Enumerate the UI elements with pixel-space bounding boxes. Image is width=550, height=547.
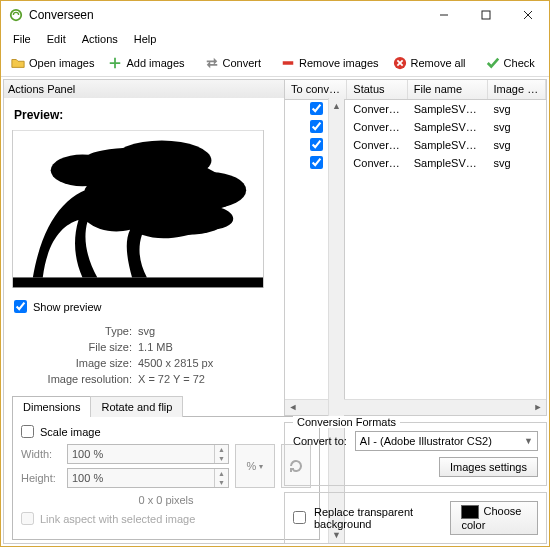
svg-point-13 xyxy=(84,174,159,210)
col-image-type[interactable]: Image type xyxy=(488,80,546,99)
svg-point-0 xyxy=(11,10,22,21)
check-button[interactable]: Check xyxy=(480,53,541,73)
toolbar: Open images Add images Convert Remove im… xyxy=(1,49,549,77)
tabs: Dimensions Rotate and flip xyxy=(12,395,320,417)
info-res-val: X = 72 Y = 72 xyxy=(138,373,205,385)
plus-icon xyxy=(108,56,122,70)
scroll-up-icon[interactable]: ▲ xyxy=(329,98,344,114)
height-label: Height: xyxy=(21,472,61,484)
image-info: Type:svg File size:1.1 MB Image size:450… xyxy=(22,323,310,387)
info-size-val: 1.1 MB xyxy=(138,341,173,353)
add-images-label: Add images xyxy=(126,57,184,69)
row-status: Converted xyxy=(347,138,407,152)
convert-icon xyxy=(205,56,219,70)
convert-label: Convert xyxy=(223,57,262,69)
spin-up-icon[interactable]: ▲ xyxy=(215,469,228,478)
menu-edit[interactable]: Edit xyxy=(41,31,72,47)
check-icon xyxy=(486,56,500,70)
check-label: Check xyxy=(504,57,535,69)
images-settings-button[interactable]: Images settings xyxy=(439,457,538,477)
show-preview-checkbox[interactable] xyxy=(14,300,27,313)
row-status: Converted xyxy=(347,102,407,116)
menu-help[interactable]: Help xyxy=(128,31,163,47)
scroll-right-icon[interactable]: ► xyxy=(530,402,546,412)
minus-icon xyxy=(281,56,295,70)
svg-rect-15 xyxy=(13,277,263,287)
spin-down-icon[interactable]: ▼ xyxy=(215,478,228,487)
width-spinbox[interactable]: ▲▼ xyxy=(67,444,229,464)
pixel-size-label: 0 x 0 pixels xyxy=(21,492,311,512)
replace-bg-checkbox[interactable] xyxy=(293,511,306,524)
choose-color-button[interactable]: Choose color xyxy=(450,501,538,535)
minimize-button[interactable] xyxy=(423,1,465,29)
row-type: svg xyxy=(488,102,546,116)
height-spinbox[interactable]: ▲▼ xyxy=(67,468,229,488)
chevron-down-icon: ▼ xyxy=(524,436,533,446)
info-type-val: svg xyxy=(138,325,155,337)
close-button[interactable] xyxy=(507,1,549,29)
convert-to-value: AI - (Adobe Illustrator CS2) xyxy=(360,435,492,447)
show-preview-label: Show preview xyxy=(33,301,101,313)
row-filename: SampleSVGIma... xyxy=(408,102,488,116)
remove-all-button[interactable]: Remove all xyxy=(387,53,472,73)
convert-button[interactable]: Convert xyxy=(199,53,268,73)
info-imgsize-val: 4500 x 2815 px xyxy=(138,357,213,369)
conversion-formats-group: Conversion Formats Convert to: AI - (Ado… xyxy=(284,422,547,486)
folder-icon xyxy=(11,56,25,70)
background-group: Replace transparent background Choose co… xyxy=(284,492,547,544)
menu-actions[interactable]: Actions xyxy=(76,31,124,47)
row-status: Converted xyxy=(347,156,407,170)
row-status: Converted xyxy=(347,120,407,134)
info-size-key: File size: xyxy=(22,341,132,353)
open-images-button[interactable]: Open images xyxy=(5,53,100,73)
info-res-key: Image resolution: xyxy=(22,373,132,385)
height-input[interactable] xyxy=(68,469,214,487)
actions-panel-title: Actions Panel xyxy=(8,83,75,95)
scale-image-checkbox[interactable] xyxy=(21,425,34,438)
col-file-name[interactable]: File name xyxy=(408,80,488,99)
spin-down-icon[interactable]: ▼ xyxy=(215,454,228,463)
app-icon xyxy=(9,8,23,22)
svg-rect-5 xyxy=(283,61,294,65)
replace-bg-label: Replace transparent background xyxy=(314,506,434,530)
remove-all-icon xyxy=(393,56,407,70)
row-type: svg xyxy=(488,138,546,152)
add-images-button[interactable]: Add images xyxy=(102,53,190,73)
dimensions-pane: Scale image Width: ▲▼ xyxy=(12,417,320,540)
remove-images-button[interactable]: Remove images xyxy=(275,53,384,73)
window-title: Converseen xyxy=(29,8,423,22)
convert-to-label: Convert to: xyxy=(293,435,347,447)
width-label: Width: xyxy=(21,448,61,460)
info-imgsize-key: Image size: xyxy=(22,357,132,369)
unit-select[interactable]: % ▾ xyxy=(235,444,275,488)
remove-all-label: Remove all xyxy=(411,57,466,69)
maximize-button[interactable] xyxy=(465,1,507,29)
conversion-formats-title: Conversion Formats xyxy=(293,416,400,428)
preview-label: Preview: xyxy=(12,104,320,130)
width-input[interactable] xyxy=(68,445,214,463)
tab-rotate-flip[interactable]: Rotate and flip xyxy=(90,396,183,417)
menu-file[interactable]: File xyxy=(7,31,37,47)
row-type: svg xyxy=(488,156,546,170)
titlebar: Converseen xyxy=(1,1,549,29)
open-images-label: Open images xyxy=(29,57,94,69)
row-filename: SampleSVGIma... xyxy=(408,120,488,134)
check-all-button[interactable]: Check all xyxy=(543,53,550,73)
spin-up-icon[interactable]: ▲ xyxy=(215,445,228,454)
convert-to-select[interactable]: AI - (Adobe Illustrator CS2) ▼ xyxy=(355,431,538,451)
color-swatch xyxy=(461,505,479,519)
app-window: Converseen File Edit Actions Help Open i… xyxy=(0,0,550,547)
col-to-convert[interactable]: To convert xyxy=(285,80,347,99)
svg-rect-2 xyxy=(482,11,490,19)
col-status[interactable]: Status xyxy=(347,80,407,99)
remove-images-label: Remove images xyxy=(299,57,378,69)
link-aspect-checkbox xyxy=(21,512,34,525)
scale-image-label: Scale image xyxy=(40,426,101,438)
info-type-key: Type: xyxy=(22,325,132,337)
svg-point-12 xyxy=(177,172,246,208)
row-filename: SampleSVGIma... xyxy=(408,138,488,152)
row-filename: SampleSVGIma... xyxy=(408,156,488,170)
tab-dimensions[interactable]: Dimensions xyxy=(12,396,91,417)
preview-image xyxy=(12,130,264,288)
svg-point-14 xyxy=(147,205,226,235)
